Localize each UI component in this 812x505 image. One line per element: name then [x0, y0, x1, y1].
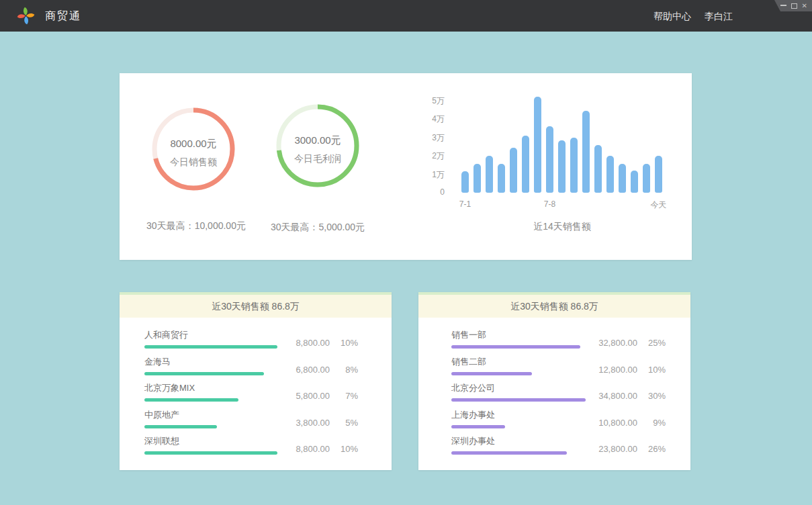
- y-axis-tick: 4万: [432, 113, 445, 125]
- chart-bar: [643, 164, 650, 193]
- ranking-row-percent: 10%: [330, 338, 358, 348]
- pinwheel-petal: [17, 14, 26, 18]
- user-menu[interactable]: 李白江: [705, 11, 733, 23]
- ranking-row-values: 32,800.0025%: [584, 338, 666, 348]
- ranking-row-values: 8,800.0010%: [276, 444, 358, 454]
- ranking-row: 深圳联想8,800.0010%: [144, 430, 358, 457]
- ranking-row-amount: 8,800.00: [276, 444, 330, 454]
- ranking-row-amount: 23,800.00: [584, 444, 637, 454]
- chart-bar: [498, 164, 505, 193]
- ranking-row: 销售二部12,800.0010%: [451, 351, 666, 377]
- ranking-row-amount: 32,800.00: [584, 338, 637, 348]
- close-button[interactable]: ✕: [802, 3, 807, 9]
- ranking-row-bar: [451, 425, 505, 428]
- ranking-row-percent: 5%: [330, 418, 358, 428]
- ranking-row-amount: 10,800.00: [584, 418, 637, 428]
- ranking-row-values: 5,800.007%: [276, 391, 358, 401]
- ranking-row-values: 34,800.0030%: [584, 391, 666, 401]
- customer-sales-ranking-card: 近30天销售额 86.8万 人和商贸行8,800.0010%金海马6,800.0…: [120, 292, 392, 470]
- customer-ranking-header: 近30天销售额 86.8万: [120, 295, 392, 318]
- ranking-row-amount: 12,800.00: [584, 365, 637, 375]
- x-axis-tick: 今天: [651, 199, 667, 211]
- ranking-row-percent: 9%: [637, 418, 666, 428]
- ranking-row: 北京万象MIX5,800.007%: [144, 377, 358, 404]
- ranking-row-values: 8,800.0010%: [276, 338, 358, 348]
- ranking-row-percent: 7%: [330, 391, 358, 401]
- chart-bar: [558, 140, 566, 193]
- chart-bar: [606, 156, 614, 193]
- chart-bar: [510, 148, 517, 193]
- window-controls: ✕: [774, 0, 812, 11]
- department-ranking-header: 近30天销售额 86.8万: [418, 295, 690, 318]
- chart-bar: [486, 156, 493, 193]
- y-axis-tick: 5万: [432, 95, 445, 107]
- ranking-row-values: 10,800.009%: [584, 418, 666, 428]
- chart-bar: [619, 164, 626, 193]
- ranking-row-values: 23,800.0026%: [584, 444, 666, 454]
- chart-bar: [461, 171, 469, 193]
- x-axis-tick: 7-8: [544, 199, 555, 209]
- pinwheel-petal: [26, 13, 34, 17]
- chart-bar: [546, 126, 553, 193]
- ranking-row-bar: [451, 345, 580, 349]
- pinwheel-petal: [24, 16, 28, 24]
- chart-bar: [582, 111, 590, 193]
- chart-bar: [631, 171, 638, 193]
- help-center-link[interactable]: 帮助中心: [653, 11, 691, 23]
- app-logo-pinwheel-icon: [16, 6, 36, 26]
- ranking-row-percent: 8%: [330, 365, 358, 375]
- app-title: 商贸通: [45, 9, 81, 24]
- chart-bar: [594, 145, 602, 193]
- x-axis-tick: 7-1: [459, 199, 471, 209]
- ranking-row-bar: [451, 398, 586, 402]
- ranking-row: 销售一部32,800.0025%: [451, 324, 666, 351]
- ranking-row-bar: [451, 372, 532, 375]
- ranking-row: 上海办事处10,800.009%: [451, 404, 666, 430]
- ranking-row-bar: [144, 372, 264, 375]
- titlebar: 商贸通 帮助中心 李白江 ✕: [0, 0, 812, 32]
- ranking-row: 北京分公司34,800.0030%: [451, 377, 666, 404]
- maximize-button[interactable]: [791, 3, 797, 9]
- chart-bar: [522, 136, 529, 193]
- ranking-row-percent: 25%: [637, 338, 666, 348]
- ranking-row-amount: 3,800.00: [276, 418, 330, 428]
- bar-chart-caption: 近14天销售额: [461, 221, 663, 233]
- ranking-row-bar: [144, 425, 217, 428]
- ranking-row-amount: 6,800.00: [276, 365, 330, 375]
- ranking-row-bar: [144, 398, 238, 402]
- chart-bar: [473, 164, 481, 193]
- y-axis-tick: 2万: [432, 150, 445, 162]
- ranking-row-bar: [144, 345, 277, 349]
- y-axis-tick: 3万: [432, 132, 445, 144]
- pinwheel-petal: [24, 7, 28, 15]
- ranking-row: 金海马6,800.008%: [144, 351, 358, 377]
- chart-bar: [655, 156, 662, 193]
- ranking-row-bar: [144, 451, 277, 455]
- ranking-row-amount: 8,800.00: [276, 338, 330, 348]
- ranking-row-percent: 26%: [637, 444, 666, 454]
- ranking-row: 人和商贸行8,800.0010%: [144, 324, 358, 351]
- department-sales-ranking-card: 近30天销售额 86.8万 销售一部32,800.0025%销售二部12,800…: [418, 292, 690, 470]
- chart-bar: [534, 97, 541, 193]
- ranking-row-values: 3,800.005%: [276, 418, 358, 428]
- sales-14day-bar-chart: 01万2万3万4万5万7-17-8今天 近14天销售额: [120, 73, 692, 260]
- chart-bar: [570, 138, 578, 193]
- y-axis-tick: 1万: [432, 169, 445, 181]
- ranking-row: 中原地产3,800.005%: [144, 404, 358, 430]
- minimize-button[interactable]: [780, 5, 786, 6]
- ranking-row-bar: [451, 451, 567, 455]
- ranking-row-percent: 10%: [330, 444, 358, 454]
- ranking-row-amount: 5,800.00: [276, 391, 330, 401]
- overview-card: 8000.00元 今日销售额 30天最高：10,000.00元 3000.00元…: [120, 73, 692, 260]
- ranking-row-percent: 10%: [637, 365, 666, 375]
- ranking-row-amount: 34,800.00: [584, 391, 637, 401]
- ranking-row-percent: 30%: [637, 391, 666, 401]
- ranking-row-values: 12,800.0010%: [584, 365, 666, 375]
- ranking-row-values: 6,800.008%: [276, 365, 358, 375]
- ranking-row: 深圳办事处23,800.0026%: [451, 430, 666, 457]
- y-axis-tick: 0: [440, 187, 445, 197]
